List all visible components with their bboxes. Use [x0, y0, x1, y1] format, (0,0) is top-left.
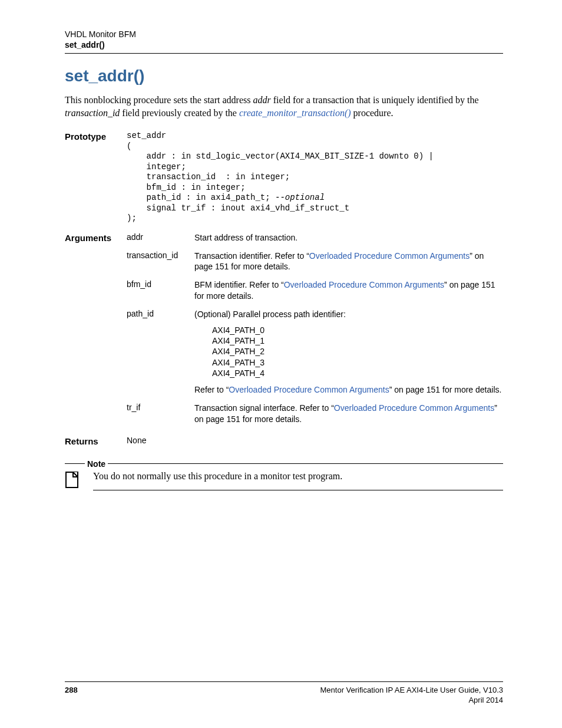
- intro-tid-italic: transaction_id: [65, 108, 120, 118]
- page-title: set_addr(): [65, 67, 503, 85]
- argument-row: path_id (Optional) Parallel process path…: [127, 309, 503, 396]
- argument-name: transaction_id: [127, 251, 194, 260]
- returns-label: Returns: [65, 436, 127, 446]
- argument-row: tr_if Transaction signal interface. Refe…: [127, 403, 503, 425]
- link-overloaded-args[interactable]: Overloaded Procedure Common Arguments: [309, 251, 470, 261]
- intro-addr-italic: addr: [253, 95, 270, 105]
- header-rule: [65, 53, 503, 54]
- argument-row: bfm_id BFM identifier. Refer to “Overloa…: [127, 279, 503, 302]
- page-number: 288: [65, 686, 78, 694]
- note-rule: [108, 463, 503, 464]
- header-chapter: VHDL Monitor BFM: [65, 29, 503, 39]
- argument-row: addr Start address of transaction.: [127, 232, 503, 243]
- prototype-section: Prototype set_addr ( addr : in std_logic…: [65, 131, 503, 224]
- intro-text: procedure.: [351, 108, 394, 118]
- arguments-label: Arguments: [65, 232, 127, 243]
- header-current: set_addr(): [65, 40, 503, 50]
- returns-value: None: [127, 436, 503, 445]
- link-overloaded-args[interactable]: Overloaded Procedure Common Arguments: [229, 385, 389, 394]
- argument-name: bfm_id: [127, 279, 194, 289]
- returns-section: Returns None: [65, 436, 503, 446]
- note-block: Note You do not normally use this proced…: [65, 459, 503, 490]
- intro-text: field for a transaction that is uniquely…: [271, 95, 479, 105]
- note-icon: [65, 471, 93, 489]
- note-text: You do not normally use this procedure i…: [93, 471, 503, 484]
- page-footer: 288 Mentor Verification IP AE AXI4-Lite …: [65, 681, 503, 704]
- argument-row: transaction_id Transaction identifier. R…: [127, 251, 503, 273]
- footer-date: April 2014: [65, 696, 503, 704]
- page: VHDL Monitor BFM set_addr() set_addr() T…: [0, 0, 562, 728]
- page-header: VHDL Monitor BFM set_addr(): [65, 29, 503, 54]
- argument-desc: (Optional) Parallel process path identif…: [194, 309, 503, 396]
- intro-paragraph: This nonblocking procedure sets the star…: [65, 94, 503, 119]
- note-rule: [65, 463, 85, 464]
- argument-name: tr_if: [127, 403, 194, 412]
- link-overloaded-args[interactable]: Overloaded Procedure Common Arguments: [284, 280, 444, 289]
- prototype-label: Prototype: [65, 131, 127, 141]
- argument-desc: BFM identifier. Refer to “Overloaded Pro…: [194, 279, 503, 302]
- note-rule: [93, 490, 503, 490]
- footer-guide: Mentor Verification IP AE AXI4-Lite User…: [320, 686, 503, 694]
- note-label: Note: [85, 459, 108, 469]
- intro-text: field previously created by the: [120, 108, 239, 118]
- footer-rule: [65, 681, 503, 682]
- argument-desc: Transaction signal interface. Refer to “…: [194, 403, 503, 425]
- path-id-list: AXI4_PATH_0 AXI4_PATH_1 AXI4_PATH_2 AXI4…: [212, 325, 503, 378]
- prototype-code: set_addr ( addr : in std_logic_vector(AX…: [127, 131, 503, 224]
- argument-name: addr: [127, 232, 194, 242]
- link-overloaded-args[interactable]: Overloaded Procedure Common Arguments: [334, 403, 494, 413]
- arguments-section: Arguments addr Start address of transact…: [65, 232, 503, 427]
- argument-desc: Transaction identifier. Refer to “Overlo…: [194, 251, 503, 273]
- link-create-monitor-transaction[interactable]: create_monitor_transaction(): [239, 108, 351, 118]
- intro-text: This nonblocking procedure sets the star…: [65, 95, 253, 105]
- argument-name: path_id: [127, 309, 194, 318]
- argument-desc: Start address of transaction.: [194, 232, 503, 243]
